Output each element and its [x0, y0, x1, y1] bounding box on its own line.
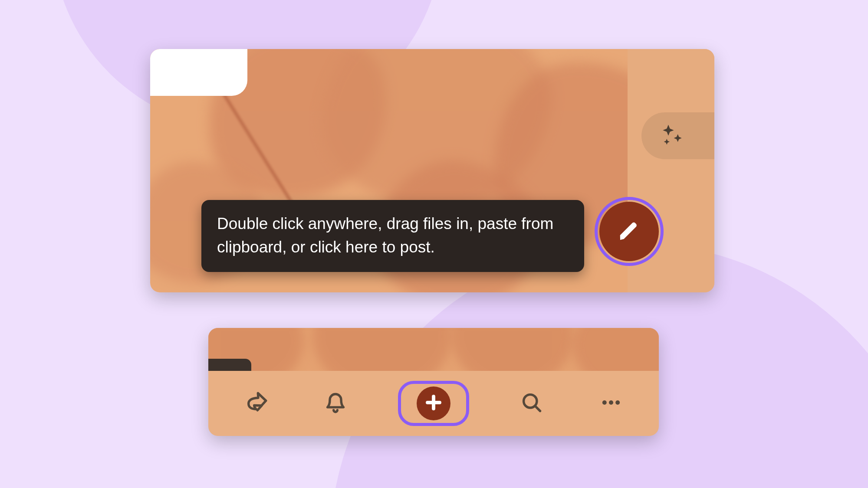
card-edge — [208, 359, 251, 371]
svg-point-1 — [602, 400, 607, 405]
canvas-background[interactable] — [208, 328, 659, 371]
decor-leaf — [312, 328, 451, 371]
pencil-icon — [617, 219, 641, 245]
decor-leaf — [573, 328, 659, 371]
share-icon — [245, 391, 267, 416]
compose-button-inner — [599, 202, 659, 261]
more-button[interactable] — [594, 386, 628, 421]
add-button-inner — [417, 386, 450, 420]
desktop-canvas-panel: Double click anywhere, drag files in, pa… — [150, 49, 714, 292]
compose-tooltip: Double click anywhere, drag files in, pa… — [201, 200, 584, 272]
mobile-toolbar-panel — [208, 328, 659, 436]
svg-point-3 — [615, 400, 620, 405]
bell-icon — [324, 391, 347, 416]
search-button[interactable] — [514, 386, 549, 421]
tooltip-text: Double click anywhere, drag files in, pa… — [217, 215, 553, 256]
share-button[interactable] — [239, 386, 273, 421]
bottom-toolbar — [208, 371, 659, 436]
plus-icon — [424, 393, 443, 413]
compose-button[interactable] — [595, 197, 664, 266]
add-post-button[interactable] — [398, 381, 469, 426]
notifications-button[interactable] — [318, 386, 353, 421]
sparkle-icon — [660, 122, 685, 149]
more-icon — [600, 391, 622, 416]
card-corner — [150, 49, 247, 96]
search-icon — [520, 391, 543, 416]
decor-leaf — [451, 328, 573, 371]
svg-point-2 — [609, 400, 613, 405]
effects-button[interactable] — [641, 112, 714, 159]
